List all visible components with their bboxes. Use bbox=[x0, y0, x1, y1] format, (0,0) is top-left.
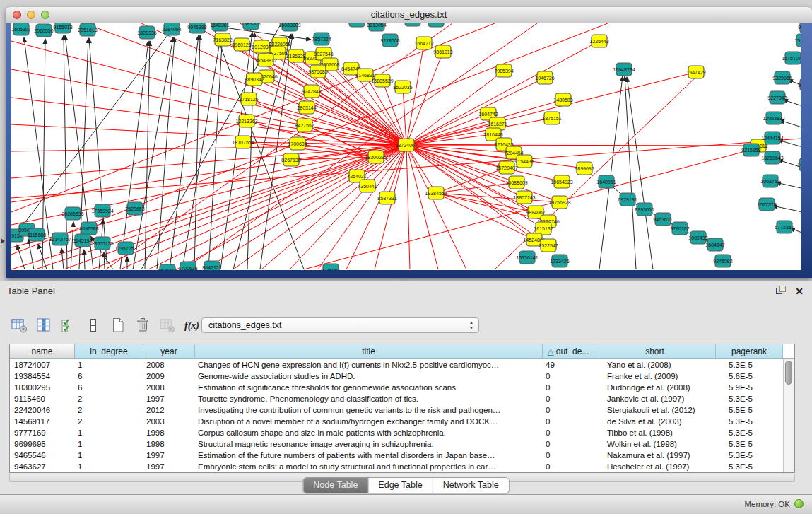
column-stack-icon[interactable] bbox=[84, 316, 102, 334]
graph-node[interactable] bbox=[375, 74, 390, 87]
graph-node[interactable] bbox=[95, 204, 110, 217]
table-row[interactable]: 1456911722003Disruption of a novel membe… bbox=[10, 416, 794, 427]
graph-node[interactable] bbox=[800, 23, 801, 33]
graph-node[interactable] bbox=[526, 233, 542, 246]
graph-node[interactable] bbox=[52, 233, 68, 245]
graph-node[interactable] bbox=[212, 23, 228, 31]
graph-node[interactable] bbox=[290, 137, 305, 150]
table-row[interactable]: 2242004622012Investigating the contribut… bbox=[10, 404, 794, 416]
graph-node[interactable] bbox=[399, 139, 414, 151]
graph-node[interactable] bbox=[180, 262, 196, 270]
graph-node[interactable] bbox=[688, 66, 704, 78]
column-header-out_degree[interactable]: △out_de... bbox=[543, 344, 594, 358]
graph-node[interactable] bbox=[323, 264, 339, 270]
graph-node[interactable] bbox=[555, 93, 571, 106]
graph-node[interactable] bbox=[204, 261, 220, 270]
graph-node[interactable] bbox=[428, 187, 444, 199]
window-titlebar[interactable]: citations_edges.txt bbox=[6, 7, 812, 23]
graph-node[interactable] bbox=[139, 26, 155, 39]
graph-node[interactable] bbox=[799, 158, 801, 171]
graph-node[interactable] bbox=[239, 115, 254, 127]
graph-node[interactable] bbox=[95, 237, 110, 250]
graph-node[interactable] bbox=[552, 255, 567, 267]
graph-node[interactable] bbox=[254, 40, 269, 53]
graph-node[interactable] bbox=[241, 93, 257, 105]
graph-node[interactable] bbox=[763, 175, 778, 187]
graph-node[interactable] bbox=[496, 64, 512, 77]
graph-node[interactable] bbox=[541, 239, 556, 252]
graph-node[interactable] bbox=[765, 151, 780, 164]
graph-node[interactable] bbox=[234, 38, 249, 51]
graph-node[interactable] bbox=[775, 71, 790, 84]
graph-node[interactable] bbox=[599, 175, 614, 188]
function-builder-icon[interactable]: f(x) bbox=[183, 316, 201, 334]
table-row[interactable]: 977716911998Corpus callosum shape and si… bbox=[10, 427, 794, 438]
table-row[interactable]: 1938455462009Genome-wide association stu… bbox=[10, 370, 794, 382]
network-canvas[interactable]: 1605307206055091550132051613182133622840… bbox=[11, 23, 801, 270]
graph-node[interactable] bbox=[282, 23, 298, 31]
tab-edge-table[interactable]: Edge Table bbox=[368, 478, 433, 493]
graph-node[interactable] bbox=[118, 242, 134, 255]
float-panel-icon[interactable] bbox=[775, 285, 787, 298]
graph-node[interactable] bbox=[164, 23, 180, 35]
graph-node[interactable] bbox=[297, 119, 312, 132]
graph-node[interactable] bbox=[29, 228, 45, 241]
graph-node[interactable] bbox=[707, 238, 723, 251]
tab-network-table[interactable]: Network Table bbox=[433, 478, 509, 493]
row-selection-icon[interactable] bbox=[59, 316, 78, 334]
column-header-year[interactable]: year bbox=[143, 344, 195, 358]
graph-node[interactable] bbox=[759, 198, 775, 211]
graph-node[interactable] bbox=[428, 23, 444, 27]
graph-node[interactable] bbox=[499, 161, 514, 174]
graph-node[interactable] bbox=[785, 52, 801, 64]
graph-node[interactable] bbox=[765, 132, 780, 144]
graph-node[interactable] bbox=[258, 54, 273, 66]
graph-node[interactable] bbox=[544, 112, 560, 124]
graph-node[interactable] bbox=[715, 255, 731, 267]
graph-node[interactable] bbox=[770, 91, 785, 104]
graph-node[interactable] bbox=[554, 175, 570, 188]
table-selector[interactable]: citations_edges.txt ▲▼ bbox=[201, 317, 479, 333]
graph-node[interactable] bbox=[243, 23, 259, 30]
graph-node[interactable] bbox=[283, 153, 299, 166]
graph-node[interactable] bbox=[314, 33, 329, 45]
graph-node[interactable] bbox=[358, 69, 373, 81]
graph-node[interactable] bbox=[369, 23, 384, 31]
graph-node[interactable] bbox=[416, 37, 432, 49]
graph-node[interactable] bbox=[552, 196, 567, 209]
vertical-scrollbar[interactable] bbox=[783, 359, 794, 472]
graph-node[interactable] bbox=[360, 180, 375, 192]
graph-node[interactable] bbox=[616, 63, 632, 76]
table-mode-icon[interactable] bbox=[10, 316, 28, 334]
graph-node[interactable] bbox=[766, 112, 782, 124]
graph-node[interactable] bbox=[800, 78, 801, 91]
new-column-icon[interactable] bbox=[109, 316, 127, 334]
graph-node[interactable] bbox=[382, 34, 398, 47]
vertical-scrollbar-thumb[interactable] bbox=[785, 361, 792, 385]
graph-node[interactable] bbox=[343, 62, 359, 75]
graph-node[interactable] bbox=[796, 34, 801, 47]
graph-node[interactable] bbox=[75, 234, 90, 247]
table-row[interactable]: 1830029562008Estimation of significance … bbox=[10, 382, 794, 393]
column-header-title[interactable]: title bbox=[195, 344, 543, 358]
graph-node[interactable] bbox=[36, 24, 52, 37]
graph-node[interactable] bbox=[517, 155, 532, 168]
memory-status-icon[interactable] bbox=[794, 499, 804, 508]
delete-column-icon[interactable] bbox=[134, 316, 152, 334]
table-row[interactable]: 1872400712008Changes of HCN gene express… bbox=[10, 359, 794, 370]
graph-node[interactable] bbox=[127, 202, 143, 215]
graph-node[interactable] bbox=[672, 222, 688, 235]
graph-node[interactable] bbox=[379, 192, 395, 204]
column-header-in_degree[interactable]: in_degree bbox=[75, 344, 143, 358]
graph-node[interactable] bbox=[592, 35, 607, 47]
graph-node[interactable] bbox=[690, 231, 706, 244]
graph-node[interactable] bbox=[777, 221, 792, 233]
graph-node[interactable] bbox=[247, 73, 262, 86]
graph-node[interactable] bbox=[537, 71, 553, 84]
table-row[interactable]: 969969511998Structural magnetic resonanc… bbox=[10, 438, 794, 450]
tab-node-table[interactable]: Node Table bbox=[303, 478, 368, 493]
graph-node[interactable] bbox=[80, 23, 95, 36]
graph-node[interactable] bbox=[55, 23, 71, 33]
table-row[interactable]: 911546021997Tourette syndrome. Phenomeno… bbox=[10, 393, 794, 404]
graph-node[interactable] bbox=[435, 45, 451, 58]
